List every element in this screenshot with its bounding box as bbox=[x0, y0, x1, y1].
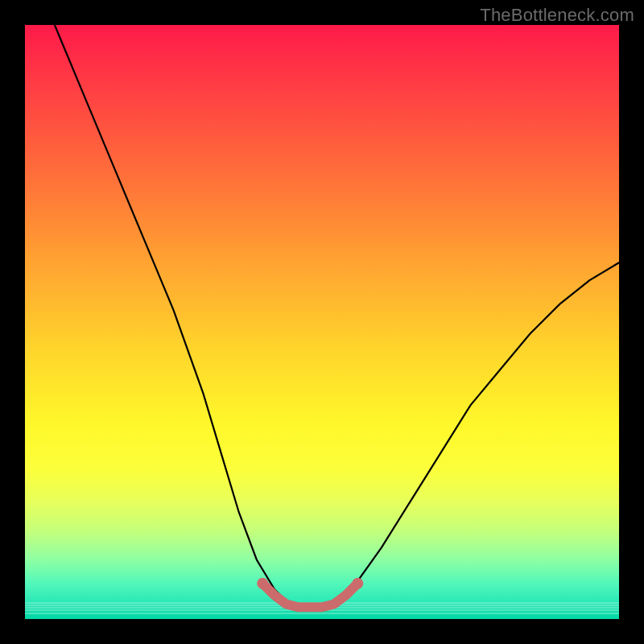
optimal-band-highlight bbox=[262, 584, 357, 608]
plot-area bbox=[25, 25, 619, 619]
watermark-text: TheBottleneck.com bbox=[480, 5, 634, 26]
highlight-end-marker bbox=[257, 578, 268, 589]
curve-layer bbox=[25, 25, 619, 619]
bottleneck-curve bbox=[55, 25, 619, 607]
highlight-end-marker bbox=[352, 578, 363, 589]
chart-frame: TheBottleneck.com bbox=[0, 0, 644, 644]
